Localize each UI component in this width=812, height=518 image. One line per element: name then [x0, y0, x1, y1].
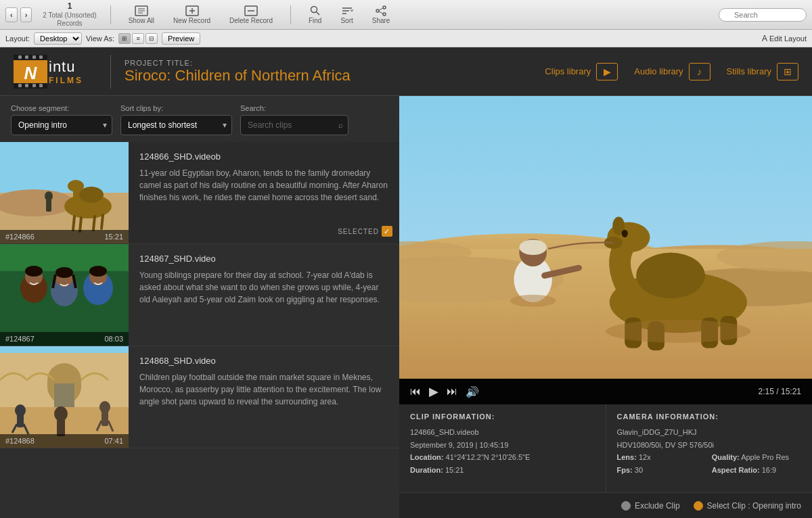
film-hole — [32, 55, 36, 59]
app-header: N intu FILMS PROJECT TITLE: Siroco: Chil… — [0, 47, 812, 96]
delete-record-button[interactable]: Delete Record — [225, 4, 277, 26]
toolbar-separator-1 — [110, 5, 111, 24]
svg-point-58 — [54, 406, 68, 421]
clips-library-button[interactable]: Clips library ▶ — [545, 63, 618, 80]
edit-layout-button[interactable]: A Edit Layout — [762, 34, 807, 43]
view-as-label: View As: — [86, 34, 114, 43]
clip-info-title: CLIP INFORMATION: — [410, 413, 595, 421]
view-icon-grid[interactable]: ⊞ — [118, 33, 131, 44]
audio-library-button[interactable]: Audio library ♪ — [634, 63, 710, 80]
clip-selected-badge: SELECTED ✓ — [338, 226, 392, 237]
skip-forward-button[interactable]: ⏭ — [447, 385, 457, 398]
logo-intu: intu — [49, 58, 83, 76]
exclude-radio[interactable] — [621, 501, 631, 511]
film-hole — [25, 55, 28, 59]
video-controls: ⏮ ▶ ⏭ 🔊 2:15 / 15:21 — [399, 379, 812, 404]
clip-filename: 124868_SHD.video — [139, 356, 388, 366]
clip-item[interactable]: #124868 07:41 124868_SHD.video Children … — [0, 346, 399, 448]
camera-id: Glavin_iDDG_Z7U_HKJ — [617, 426, 802, 439]
clip-thumbnail: #124867 08:03 — [0, 244, 129, 346]
show-all-button[interactable]: Show All — [125, 4, 158, 26]
svg-point-15 — [383, 13, 386, 16]
clip-item[interactable]: #124866 15:21 124866_SHD.videob 11-year … — [0, 142, 399, 244]
clip-info-date: September 9, 2019 | 10:45:19 — [410, 439, 595, 452]
svg-line-10 — [316, 11, 319, 15]
header-divider — [110, 55, 111, 89]
film-hole — [18, 55, 22, 59]
new-record-button[interactable]: New Record — [169, 4, 215, 26]
search-input[interactable] — [240, 115, 348, 135]
share-button[interactable]: Share — [368, 4, 394, 26]
svg-rect-51 — [17, 414, 24, 427]
clip-filename: 124866_SHD.videob — [139, 151, 388, 162]
film-hole — [25, 84, 28, 87]
camera-info-panel: CAMERA INFORMATION: Glavin_iDDG_Z7U_HKJ … — [606, 404, 813, 492]
clip-id: #124868 — [5, 437, 35, 445]
logo-icon: N — [14, 55, 47, 89]
search-control: Search: ⌕ — [240, 104, 348, 135]
clips-list: #124866 15:21 124866_SHD.videob 11-year … — [0, 142, 399, 518]
svg-point-44 — [89, 266, 107, 277]
svg-point-30 — [45, 191, 53, 201]
find-button[interactable]: Find — [304, 4, 325, 26]
skip-back-button[interactable]: ⏮ — [410, 385, 421, 398]
clip-thumb-overlay: #124867 08:03 — [0, 332, 129, 346]
clip-thumb-overlay: #124866 15:21 — [0, 230, 129, 243]
select-radio[interactable] — [694, 501, 703, 511]
select-clip-option[interactable]: Select Clip : Opening intro — [694, 501, 801, 511]
svg-rect-49 — [54, 383, 74, 407]
forward-button[interactable]: › — [20, 7, 32, 22]
toolbar-separator-2 — [290, 5, 291, 24]
sort-select[interactable]: Longest to shortest — [120, 115, 232, 135]
clip-description: 11-year old Egyptian boy, Aharon, tends … — [139, 167, 388, 204]
segment-select[interactable]: Opening intro — [11, 115, 112, 135]
film-hole — [39, 55, 43, 59]
clip-info-duration: Duration: 15:21 — [410, 464, 595, 477]
svg-point-39 — [55, 267, 73, 278]
toolbar-search-input[interactable] — [719, 8, 807, 22]
clip-info-location: Location: 41°24'12.2"N 2°10'26.5"E — [410, 451, 595, 464]
sort-button[interactable]: Sort — [336, 4, 357, 26]
main-content: N intu FILMS PROJECT TITLE: Siroco: Chil… — [0, 47, 812, 518]
exclude-clip-option[interactable]: Exclude Clip — [621, 501, 680, 511]
view-icon-list[interactable]: ≡ — [132, 33, 144, 44]
clip-item[interactable]: #124867 08:03 124867_SHD.video Young sib… — [0, 244, 399, 346]
stills-library-button[interactable]: Stills library ⊞ — [727, 63, 798, 80]
clips-library-icon: ▶ — [596, 63, 618, 80]
sort-control: Sort clips by: Longest to shortest — [120, 104, 232, 135]
volume-button[interactable]: 🔊 — [466, 385, 479, 398]
preview-button[interactable]: Preview — [162, 32, 200, 45]
film-hole — [32, 84, 36, 87]
sort-select-wrap: Longest to shortest — [120, 115, 232, 135]
svg-line-17 — [379, 8, 383, 10]
play-button[interactable]: ▶ — [429, 384, 438, 399]
back-button[interactable]: ‹ — [5, 7, 18, 22]
clip-thumbnail: #124868 07:41 — [0, 346, 129, 448]
svg-point-78 — [519, 239, 547, 255]
selected-checkbox[interactable]: ✓ — [382, 226, 392, 237]
logo-text: intu FILMS — [49, 58, 83, 85]
clip-duration: 07:41 — [104, 437, 123, 445]
clip-info: 124866_SHD.videob 11-year old Egyptian b… — [129, 142, 399, 243]
project-title: Siroco: Children of Northern Africa — [125, 67, 545, 85]
toolbar: ‹ › 1 2 Total (Unsorted) Records Show Al… — [0, 0, 812, 30]
clip-description: Young siblings prepare for their day at … — [139, 269, 388, 306]
clip-info: 124867_SHD.video Young siblings prepare … — [129, 244, 399, 346]
audio-library-label: Audio library — [634, 66, 683, 76]
clip-duration: 08:03 — [104, 335, 123, 343]
svg-rect-31 — [46, 199, 51, 212]
selected-label: SELECTED — [338, 228, 379, 235]
svg-line-29 — [102, 215, 103, 229]
svg-point-81 — [606, 320, 751, 343]
segment-select-wrap: Opening intro — [11, 115, 112, 135]
svg-point-71 — [622, 230, 628, 237]
clip-description: Children play football outside the main … — [139, 371, 388, 408]
project-label: PROJECT TITLE: — [125, 59, 545, 67]
svg-point-9 — [311, 6, 317, 12]
svg-line-28 — [93, 216, 95, 230]
exclude-label: Exclude Clip — [635, 501, 680, 511]
clip-info-filename: 124866_SHD.videob — [410, 426, 595, 439]
svg-line-27 — [80, 218, 81, 231]
view-icon-detail[interactable]: ⊟ — [145, 33, 158, 44]
layout-select[interactable]: Desktop — [34, 32, 82, 45]
